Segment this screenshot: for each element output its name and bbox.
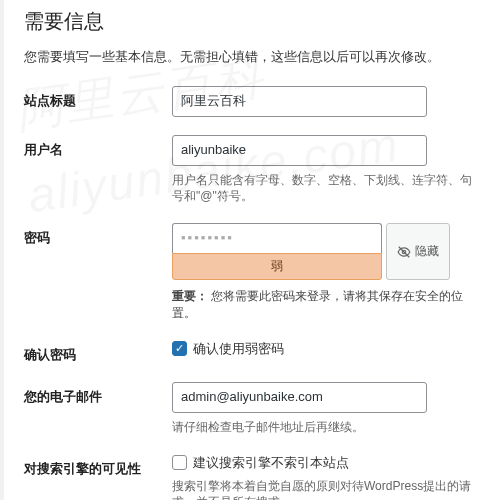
hide-password-button[interactable]: 隐藏: [386, 223, 450, 280]
username-hint: 用户名只能含有字母、数字、空格、下划线、连字符、句号和"@"符号。: [172, 172, 483, 206]
password-label: 密码: [24, 223, 172, 247]
email-input[interactable]: [172, 382, 427, 413]
hide-button-label: 隐藏: [415, 243, 439, 260]
page-heading: 需要信息: [24, 0, 483, 49]
confirm-weak-label: 确认使用弱密码: [193, 340, 284, 358]
password-input[interactable]: [172, 223, 382, 253]
site-title-label: 站点标题: [24, 86, 172, 110]
password-note: 重要： 您将需要此密码来登录，请将其保存在安全的位置。: [172, 288, 483, 322]
email-hint: 请仔细检查电子邮件地址后再继续。: [172, 419, 483, 436]
confirm-password-label: 确认密码: [24, 340, 172, 364]
site-title-input[interactable]: [172, 86, 427, 117]
email-label: 您的电子邮件: [24, 382, 172, 406]
visibility-label: 对搜索引擎的可见性: [24, 454, 172, 478]
visibility-hint: 搜索引擎将本着自觉自愿的原则对待WordPress提出的请求。并不是所有搜求。: [172, 478, 483, 500]
username-label: 用户名: [24, 135, 172, 159]
password-strength: 弱: [172, 253, 382, 280]
eye-slash-icon: [397, 245, 411, 259]
intro-text: 您需要填写一些基本信息。无需担心填错，这些信息以后可以再次修改。: [24, 49, 483, 66]
username-input[interactable]: [172, 135, 427, 166]
visibility-checkbox-label: 建议搜索引擎不索引本站点: [193, 454, 349, 472]
confirm-weak-checkbox[interactable]: ✓: [172, 341, 187, 356]
install-form: 需要信息 您需要填写一些基本信息。无需担心填错，这些信息以后可以再次修改。 站点…: [4, 0, 503, 500]
visibility-checkbox[interactable]: [172, 455, 187, 470]
